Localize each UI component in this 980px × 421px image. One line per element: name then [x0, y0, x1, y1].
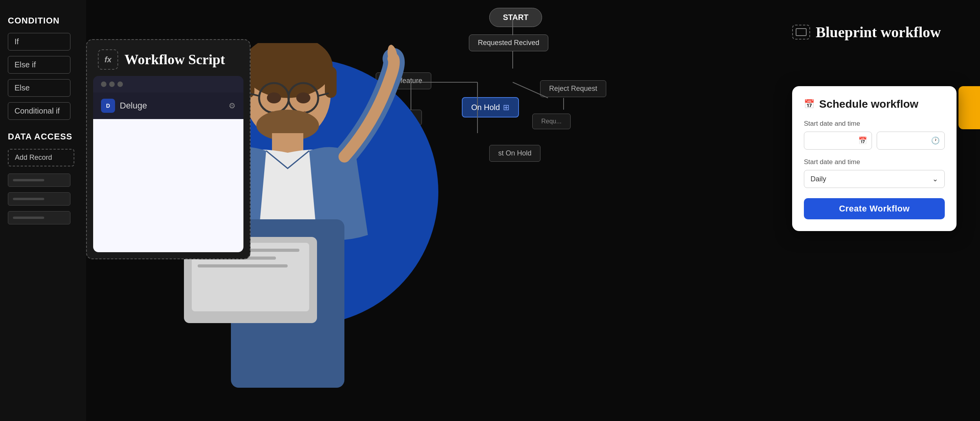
window-dots [101, 81, 123, 87]
schedule-workflow-card: 📅 Schedule workflow Start date and time … [792, 86, 957, 231]
dot-2 [109, 81, 115, 87]
time-input[interactable]: 🕐 [877, 132, 945, 150]
data-field-1 [8, 173, 70, 187]
reject-request-node: Reject Request [540, 80, 606, 97]
start-node: START [489, 8, 542, 27]
request-on-hold-node: st On Hold [489, 145, 540, 162]
chevron-down-icon: ⌄ [932, 175, 938, 183]
main-area: fx Workflow Script D Deluge ⚙ [86, 0, 980, 421]
deluge-label: Deluge [120, 101, 224, 111]
schedule-title: Schedule workflow [819, 98, 919, 110]
blueprint-icon [796, 28, 807, 36]
repeat-value: Daily [811, 175, 826, 183]
requested-received-node: Requested Recived [469, 34, 548, 51]
data-field-3 [8, 211, 70, 224]
on-hold-node: On Hold ⊞ [462, 97, 519, 117]
add-record-button[interactable]: Add Record [8, 149, 74, 166]
yellow-tab[interactable] [958, 86, 980, 129]
dot-1 [101, 81, 106, 87]
calendar-icon: 📅 [804, 99, 814, 109]
clock-input-icon: 🕐 [931, 136, 940, 145]
start-datetime-label: Start date and time [804, 120, 945, 128]
svg-point-9 [267, 92, 281, 103]
schedule-card-header: 📅 Schedule workflow [804, 98, 945, 110]
data-access-label: DATA ACCESS [8, 132, 78, 142]
if-button[interactable]: If [8, 33, 70, 51]
repeat-label: Start date and time [804, 158, 945, 166]
data-field-2 [8, 192, 70, 206]
else-button[interactable]: Else [8, 79, 70, 97]
date-input[interactable]: 📅 [804, 132, 872, 150]
condition-section-label: CONDITION [8, 16, 78, 26]
datetime-inputs-row: 📅 🕐 [804, 132, 945, 150]
calendar-input-icon: 📅 [858, 136, 867, 145]
svg-point-10 [296, 92, 310, 103]
sidebar: CONDITION If Else if Else Conditional if… [0, 0, 86, 421]
svg-rect-19 [198, 264, 288, 267]
repeat-select[interactable]: Daily ⌄ [804, 170, 945, 188]
conditional-if-button[interactable]: Conditional if [8, 102, 70, 120]
else-if-button[interactable]: Else if [8, 56, 70, 74]
req2-node: Requ... [532, 114, 571, 129]
blueprint-title: Blueprint workflow [816, 23, 941, 41]
blueprint-label: Blueprint workflow [792, 23, 941, 41]
deluge-icon: D [101, 99, 115, 113]
fx-icon: fx [98, 49, 118, 70]
workflow-script-card: fx Workflow Script D Deluge ⚙ [86, 39, 250, 259]
blueprint-icon-box [792, 25, 810, 40]
workflow-script-title: Workflow Script [124, 51, 225, 68]
gear-icon[interactable]: ⚙ [229, 101, 236, 110]
create-workflow-button[interactable]: Create Workflow [804, 198, 945, 219]
code-editor-area[interactable] [93, 119, 243, 252]
dot-3 [117, 81, 123, 87]
